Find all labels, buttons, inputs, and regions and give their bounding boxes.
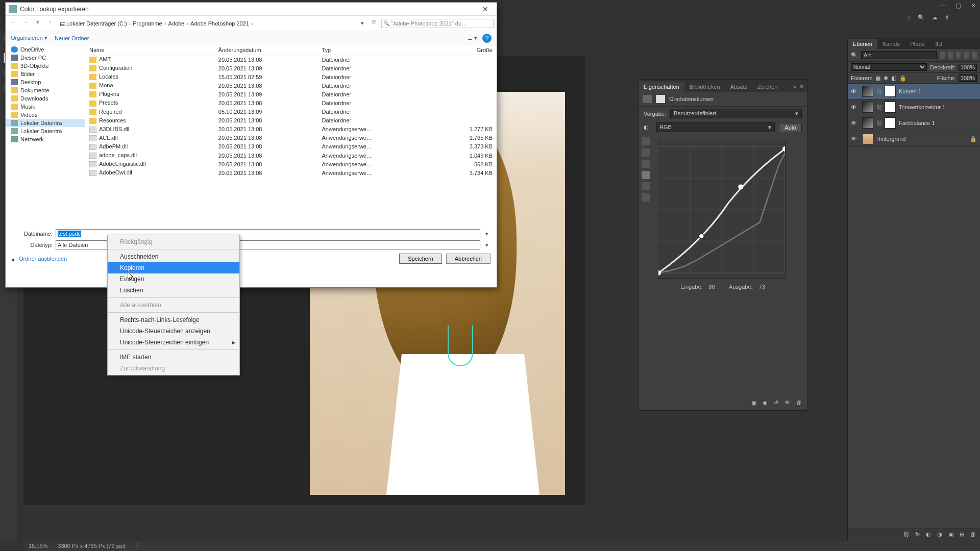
eye-icon[interactable]: 👁 [851,120,859,126]
share-icon[interactable]: ⇪ [945,14,949,21]
mask-icon[interactable] [656,95,665,103]
lock-all-icon[interactable]: ▦ [875,75,880,82]
trash-icon[interactable]: 🗑 [796,399,802,406]
col-type[interactable]: Typ [318,45,434,55]
toggle-vis-icon[interactable]: 👁 [785,399,790,406]
mask-thumb[interactable] [885,86,896,97]
col-size[interactable]: Größe [434,45,497,55]
file-row[interactable]: Resources20.05.2021 13:08Dateiordner [85,116,497,125]
view-prev-icon[interactable]: ◉ [763,399,768,406]
smooth-icon[interactable] [642,193,650,202]
mask-thumb[interactable] [885,117,896,129]
zoom[interactable]: 15,15% [29,543,47,549]
lock-icon[interactable]: 🔒 [899,75,906,82]
nav-fwd[interactable]: → [21,19,30,28]
ctx-item[interactable]: Unicode-Steuerzeichen einfügen [108,337,239,348]
layer-thumb[interactable] [862,86,873,97]
col-name[interactable]: Name [85,45,214,55]
layer-row[interactable]: 👁 ⛓ Kurven 1 [848,84,980,99]
tab-character[interactable]: Zeichen [752,82,782,92]
file-row[interactable]: AMT20.05.2021 13:08Dateiordner [85,55,497,64]
cancel-button[interactable]: Abbrechen [446,254,491,264]
mask-add-icon[interactable]: ◐ [926,531,931,539]
curve-editor[interactable] [658,141,786,279]
lock-pixel-icon[interactable]: ◧ [891,75,896,82]
file-row[interactable]: AdobeLinguistic.dll20.05.2021 13:08Anwen… [85,160,497,168]
dialog-close[interactable]: ✕ [477,4,494,15]
tree-item[interactable]: Desktop [6,78,85,86]
save-button[interactable]: Speichern [399,254,442,264]
tab-3d[interactable]: 3D [930,39,947,49]
panel-close-icon[interactable]: ✕ [799,83,804,90]
sampler-1-icon[interactable] [642,137,650,145]
pencil-icon[interactable] [642,182,650,190]
tree-item[interactable]: Lokaler Datenträ [6,127,85,135]
fx-icon[interactable]: fx [915,531,920,539]
home-icon[interactable]: ⌂ [907,14,911,21]
file-row[interactable]: Required05.10.2021 13:09Dateiordner [85,108,497,116]
ctx-item[interactable]: Unicode-Steuerzeichen anzeigen [108,325,239,337]
sampler-2-icon[interactable] [642,148,650,157]
file-row[interactable]: Presets20.05.2021 13:08Dateiordner [85,98,497,107]
curve-draw-icon[interactable] [642,171,650,179]
ctx-item[interactable]: Ausschneiden [108,251,239,262]
nav-back[interactable]: ← [9,19,18,28]
file-row[interactable]: ACE.dll20.05.2021 13:08Anwendungserwe…1.… [85,134,497,142]
file-row[interactable]: Plug-ins20.05.2021 13:09Dateiordner [85,90,497,98]
chain-icon[interactable]: ⛓ [876,120,881,126]
file-row[interactable]: Locales15.05.2021 02:59Dateiordner [85,72,497,81]
col-date[interactable]: Änderungsdatum [214,45,318,55]
file-row[interactable]: A3DLIBS.dll20.05.2021 13:08Anwendungserw… [85,125,497,134]
nav-up[interactable]: ↑ [45,19,55,28]
layer-thumb[interactable] [862,133,873,144]
input-val[interactable]: 86 [709,284,715,290]
view-mode-icon[interactable]: ☰ ▾ [468,35,477,41]
layer-thumb[interactable] [862,102,873,113]
ctx-item[interactable]: Löschen [108,285,239,296]
tab-properties[interactable]: Eigenschaften [639,82,684,92]
layer-thumb[interactable] [862,117,873,129]
fill-val[interactable]: 100% [959,74,977,82]
ctx-item[interactable]: Kopieren [108,262,239,273]
sampler-3-icon[interactable] [642,160,650,168]
tab-layers[interactable]: Ebenen [848,39,877,49]
help-icon[interactable]: ? [482,34,492,43]
mask-thumb[interactable] [885,102,896,113]
layer-row[interactable]: 👁 ⛓ Tonwertkorrektur 1 [848,99,980,115]
f-smart-icon[interactable] [972,52,977,59]
output-val[interactable]: 73 [759,284,765,290]
fold-toggle[interactable]: ▴ [12,256,15,262]
layer-row[interactable]: 👁 Hintergrund 🔒 [848,131,980,147]
filename-history[interactable]: ▾ [483,231,491,237]
chain-icon[interactable]: ⛓ [876,88,881,94]
tab-channels[interactable]: Kanäle [877,39,905,49]
tree-item[interactable]: 3D-Objekte [6,62,85,70]
tree-item[interactable]: Musik [6,103,85,111]
panel-collapse-icon[interactable]: « [793,83,796,90]
group-icon[interactable]: ▣ [948,531,953,539]
tree-item[interactable]: Bilder [6,70,85,78]
cloud-icon[interactable]: ☁ [932,14,938,21]
search-layers-icon[interactable]: 🔍 [851,52,858,59]
file-row[interactable]: AdbePM.dll20.05.2021 13:08Anwendungserwe… [85,142,497,151]
filetype-drop[interactable]: ▾ [483,242,491,248]
tab-paths[interactable]: Pfade [905,39,930,49]
tree-item[interactable]: OneDrive [6,45,85,54]
channel-select[interactable]: RGB▾ [656,122,775,132]
tree-item[interactable]: Netzwerk [6,135,85,143]
adj-add-icon[interactable]: ◑ [937,531,942,539]
refresh-icon[interactable]: ⟳ [369,19,378,28]
opacity-val[interactable]: 100% [959,64,977,71]
file-list[interactable]: Name Änderungsdatum Typ Größe AMT20.05.2… [85,45,497,224]
eyedrop-icon[interactable]: ◐ [644,124,652,131]
ctx-item[interactable]: IME starten [108,352,239,363]
file-row[interactable]: adobe_caps.dll20.05.2021 13:08Anwendungs… [85,151,497,160]
f-pixel-icon[interactable] [940,52,945,59]
eye-icon[interactable]: 👁 [851,136,859,142]
nav-tree[interactable]: OneDriveDieser PC3D-ObjekteBilderDesktop… [6,45,85,224]
file-row[interactable]: Configuration20.05.2021 13:09Dateiordner [85,64,497,72]
tree-item[interactable]: Videos [6,111,85,119]
hide-folders[interactable]: Ordner ausblenden [19,256,67,262]
new-folder[interactable]: Neuer Ordner [55,35,89,41]
ctx-item[interactable]: Rechts-nach-Links-Lesefolge [108,314,239,325]
